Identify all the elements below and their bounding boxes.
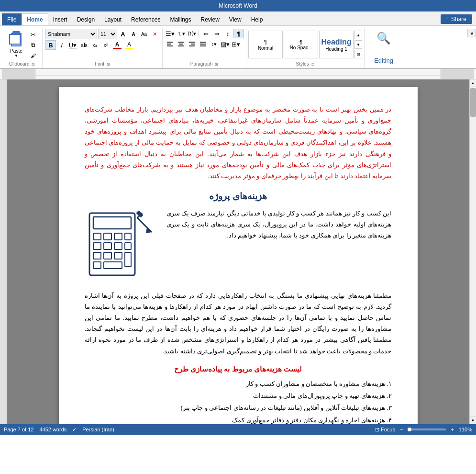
editing-label: Editing — [374, 57, 393, 68]
document-page: در همین بخش بهتر است تا به صورت مختصر به… — [59, 87, 418, 424]
para-content: ☰▾ ⒈▾ ⑴▾ ⇐ ⇒ ↕ ¶ — [165, 29, 244, 60]
italic-button[interactable]: I — [56, 40, 67, 50]
svg-rect-9 — [200, 42, 206, 43]
ribbon: Paste ▼ ✂ ⧉ 🖌 Clipboard ⊡ Shabnam 11 — [0, 26, 476, 69]
svg-rect-13 — [89, 213, 135, 275]
tab-layout[interactable]: Layout — [100, 14, 126, 25]
highlight-button[interactable]: A — [123, 40, 135, 50]
share-button[interactable]: ↑ Share — [441, 14, 472, 24]
style-heading1[interactable]: Heading Heading 1 — [319, 31, 354, 58]
tab-design[interactable]: Design — [72, 14, 100, 25]
para-expand-icon[interactable]: ⊡ — [215, 62, 218, 67]
clipboard-group: Paste ▼ ✂ ⧉ 🖌 Clipboard ⊡ — [2, 28, 43, 68]
zoom-slider[interactable] — [408, 429, 446, 430]
increase-indent-button[interactable]: ⇒ — [211, 29, 222, 38]
ribbon-tabs-row: File Home Insert Design Layout Reference… — [0, 11, 476, 26]
bullets-button[interactable]: ☰▾ — [165, 29, 175, 38]
font-shrink-button[interactable]: A — [129, 29, 138, 39]
paragraph-group-label: Paragraph ⊡ — [165, 60, 244, 68]
left-margin — [0, 79, 7, 424]
underline-button[interactable]: U▾ — [67, 40, 78, 50]
line-spacing-button[interactable]: ↕▾ — [209, 39, 219, 49]
font-expand-icon[interactable]: ⊡ — [107, 62, 110, 67]
strikethrough-button[interactable]: ab̶ — [78, 40, 89, 50]
page-info: Page 7 of 12 — [4, 427, 33, 432]
tab-home[interactable]: Home — [22, 13, 48, 25]
sort-button[interactable]: ↕ — [222, 29, 233, 38]
svg-rect-17 — [114, 233, 122, 240]
paragraph-group: ☰▾ ⒈▾ ⑴▾ ⇐ ⇒ ↕ ¶ — [163, 28, 246, 68]
borders-button[interactable]: ⊞▾ — [231, 39, 241, 49]
paste-button[interactable]: Paste ▼ — [6, 29, 27, 60]
vertical-scrollbar[interactable]: ▲ ▼ — [469, 79, 476, 424]
format-painter-button[interactable]: 🖌 — [28, 51, 38, 60]
scroll-thumb[interactable] — [470, 88, 476, 117]
cut-button[interactable]: ✂ — [28, 30, 38, 39]
align-left-button[interactable] — [165, 39, 175, 49]
calculator-image — [85, 208, 159, 285]
font-row2: B I U▾ ab̶ x₂ x² A A — [45, 40, 159, 50]
svg-rect-20 — [104, 243, 111, 249]
tab-file[interactable]: File — [2, 13, 22, 25]
change-case-button[interactable]: Aa — [139, 29, 149, 39]
doc-scroll-area[interactable]: در همین بخش بهتر است تا به صورت مختصر به… — [7, 79, 469, 424]
show-marks-button[interactable]: ¶ — [233, 29, 244, 38]
ruler — [0, 69, 476, 79]
zoom-out-button[interactable]: − — [400, 427, 403, 432]
zoom-in-button[interactable]: + — [451, 427, 454, 432]
center-button[interactable] — [176, 39, 186, 49]
ruler-left-margin — [2, 69, 35, 79]
copy-button[interactable]: ⧉ — [28, 40, 38, 50]
tab-mailings[interactable]: Mailings — [165, 14, 196, 25]
list-item: ۴. هزینه‌های اجاره و نگهداری مکان دفتر و… — [85, 415, 392, 424]
svg-rect-8 — [189, 45, 195, 46]
text-color-button[interactable]: A — [111, 40, 123, 50]
svg-rect-4 — [179, 44, 183, 45]
small-clip-btns: ✂ ⧉ 🖌 — [28, 29, 38, 60]
svg-rect-1 — [167, 44, 171, 45]
style-normal-label: Normal — [258, 45, 273, 51]
style-no-space[interactable]: ¶ No Spac... — [284, 31, 318, 58]
ribbon-collapse-button[interactable]: ∧ — [467, 29, 476, 37]
svg-rect-21 — [114, 243, 122, 249]
align-right-button[interactable] — [187, 39, 197, 49]
superscript-button[interactable]: x² — [100, 40, 111, 50]
subscript-button[interactable]: x₂ — [89, 40, 100, 50]
section-text: این کسب و کار نیز همانند هر کسب و کار تو… — [166, 208, 392, 241]
scroll-down-button[interactable]: ▼ — [470, 417, 476, 424]
font-grow-button[interactable]: A — [118, 29, 128, 39]
bold-button[interactable]: B — [45, 40, 56, 50]
svg-rect-24 — [104, 252, 111, 259]
clipboard-expand-icon[interactable]: ⊡ — [32, 62, 35, 67]
tab-help[interactable]: Help — [246, 14, 268, 25]
shading-button[interactable]: ▨▾ — [220, 39, 230, 49]
focus-button[interactable]: ⊡ Focus — [375, 427, 395, 433]
svg-rect-3 — [178, 42, 184, 43]
intro-paragraph: در همین بخش بهتر است تا به صورت مختصر به… — [85, 104, 392, 182]
style-heading1-label: Heading 1 — [325, 46, 347, 52]
tab-references[interactable]: References — [126, 14, 165, 25]
svg-rect-2 — [167, 45, 173, 46]
tab-view[interactable]: View — [224, 14, 246, 25]
styles-expand-icon[interactable]: ⊡ — [311, 62, 315, 67]
styles-expand[interactable]: ⊡ — [354, 50, 362, 58]
decrease-indent-button[interactable]: ⇐ — [200, 29, 211, 38]
search-icon: 🔍 — [376, 32, 391, 45]
styles-scroll-down[interactable]: ▼ — [354, 40, 362, 49]
styles-scroll-up[interactable]: ▲ — [354, 31, 362, 39]
justify-button[interactable] — [198, 39, 208, 49]
scroll-up-button[interactable]: ▲ — [470, 79, 476, 87]
font-size-select[interactable]: 11 — [98, 29, 117, 39]
svg-rect-25 — [114, 252, 122, 259]
svg-rect-15 — [93, 233, 101, 240]
clear-format-button[interactable]: ✕ — [150, 29, 159, 39]
tab-insert[interactable]: Insert — [48, 14, 72, 25]
numbering-button[interactable]: ⒈▾ — [176, 29, 186, 38]
ruler-right-margin — [441, 69, 474, 79]
tab-review[interactable]: Review — [196, 14, 224, 25]
font-name-select[interactable]: Shabnam — [45, 29, 97, 39]
style-normal[interactable]: ¶ Normal — [248, 31, 283, 58]
title-bar: Microsoft Word — [0, 0, 476, 11]
multilevel-button[interactable]: ⑴▾ — [187, 29, 197, 38]
list-item: ۱. هزینه‌های مشاوره با متخصصان و مشاوران… — [85, 378, 392, 390]
